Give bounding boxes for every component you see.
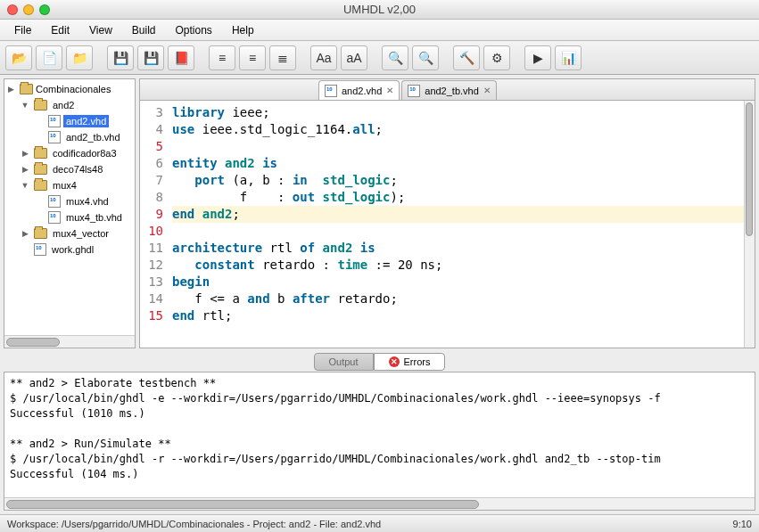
save-all-icon[interactable]: 💾 xyxy=(137,45,164,70)
folder-icon xyxy=(34,148,47,159)
editor-tab[interactable]: and2_tb.vhd✕ xyxy=(401,80,497,100)
run-icon[interactable]: ⚙ xyxy=(483,45,510,70)
file-icon xyxy=(408,85,420,97)
tree-folder[interactable]: ▼and2 xyxy=(4,97,135,113)
tab-output[interactable]: Output xyxy=(314,353,374,371)
tree-folder[interactable]: ▼mux4 xyxy=(4,177,135,193)
code-editor[interactable]: library ieee;use ieee.std_logic_1164.all… xyxy=(167,101,744,348)
error-icon: ✕ xyxy=(389,356,400,367)
console-hscroll[interactable] xyxy=(4,497,755,510)
editor-tab[interactable]: and2.vhd✕ xyxy=(318,80,400,100)
twisty-icon[interactable]: ▶ xyxy=(19,149,31,158)
twisty-icon[interactable]: ▶ xyxy=(19,229,31,238)
line-gutter: 3456789101112131415 xyxy=(140,101,167,348)
menubar: FileEditViewBuildOptionsHelp xyxy=(0,20,759,41)
folder-icon xyxy=(34,180,47,191)
file-icon xyxy=(48,211,61,224)
open-icon[interactable]: 📁 xyxy=(66,45,93,70)
tree-folder[interactable]: ▶deco74ls48 xyxy=(4,161,135,177)
file-icon xyxy=(325,85,337,97)
bottom-panel: Output ✕ Errors ** and2 > Elaborate test… xyxy=(4,352,755,511)
waveform-icon[interactable]: 📊 xyxy=(555,45,582,70)
folder-icon xyxy=(20,84,33,94)
simulate-icon[interactable]: ▶ xyxy=(524,45,551,70)
window-title: UMHDL v2,00 xyxy=(0,3,759,16)
menu-help[interactable]: Help xyxy=(223,21,263,39)
twisty-icon[interactable]: ▶ xyxy=(19,165,31,174)
tree-folder[interactable]: ▶mux4_vector xyxy=(4,225,135,241)
tree-hscroll[interactable] xyxy=(4,335,135,348)
menu-options[interactable]: Options xyxy=(167,21,221,39)
tree-folder[interactable]: ▶codificador8a3 xyxy=(4,145,135,161)
text-large-icon[interactable]: aA xyxy=(341,45,367,70)
twisty-icon[interactable]: ▶ xyxy=(4,85,17,94)
project-tree-panel: ▶Combinacionales▼and2and2.vhdand2_tb.vhd… xyxy=(4,78,136,348)
indent-left-icon[interactable]: ≡ xyxy=(209,45,235,70)
statusbar: Workspace: /Users/pgarrido/UMHDL/Combina… xyxy=(0,514,759,532)
tab-errors[interactable]: ✕ Errors xyxy=(374,353,446,371)
zoom-in-icon[interactable]: 🔍 xyxy=(382,45,408,70)
menu-edit[interactable]: Edit xyxy=(42,21,78,39)
menu-build[interactable]: Build xyxy=(123,21,165,39)
twisty-icon[interactable]: ▼ xyxy=(19,181,31,190)
twisty-icon[interactable]: ▼ xyxy=(19,101,31,110)
tree-file[interactable]: mux4.vhd xyxy=(4,193,135,209)
save-icon[interactable]: 💾 xyxy=(107,45,134,70)
editor-tabs: and2.vhd✕and2_tb.vhd✕ xyxy=(140,79,755,101)
file-icon xyxy=(48,115,61,127)
file-icon xyxy=(34,243,46,256)
close-icon[interactable]: ✕ xyxy=(386,86,393,95)
console[interactable]: ** and2 > Elaborate testbench ** $ /usr/… xyxy=(4,372,755,511)
status-cursor: 9:10 xyxy=(733,519,752,529)
tree-file[interactable]: mux4_tb.vhd xyxy=(4,209,135,225)
menu-file[interactable]: File xyxy=(5,21,40,39)
new-file-icon[interactable]: 📄 xyxy=(36,45,62,70)
folder-icon xyxy=(34,228,47,239)
format-icon[interactable]: ≣ xyxy=(269,45,296,70)
zoom-out-icon[interactable]: 🔍 xyxy=(412,45,439,70)
menu-view[interactable]: View xyxy=(80,21,121,39)
folder-icon xyxy=(34,164,47,175)
tree-root[interactable]: ▶Combinacionales xyxy=(4,81,135,97)
tree-file[interactable]: work.ghdl xyxy=(4,241,135,258)
titlebar: UMHDL v2,00 xyxy=(0,0,759,20)
toolbar: 📂📄📁💾💾📕≡≡≣AaaA🔍🔍🔨⚙▶📊 xyxy=(0,41,759,75)
editor-vscroll[interactable] xyxy=(744,101,755,348)
indent-right-icon[interactable]: ≡ xyxy=(239,45,266,70)
tree-file[interactable]: and2.vhd xyxy=(4,113,135,129)
build-icon[interactable]: 🔨 xyxy=(453,45,480,70)
file-icon xyxy=(48,131,61,143)
tree-file[interactable]: and2_tb.vhd xyxy=(4,129,135,145)
pdf-icon[interactable]: 📕 xyxy=(168,45,194,70)
file-icon xyxy=(48,195,61,208)
editor-panel: and2.vhd✕and2_tb.vhd✕ 345678910111213141… xyxy=(139,78,755,348)
text-small-icon[interactable]: Aa xyxy=(310,45,337,70)
status-left: Workspace: /Users/pgarrido/UMHDL/Combina… xyxy=(7,519,381,529)
folder-icon xyxy=(34,100,47,110)
open-folder-icon[interactable]: 📂 xyxy=(5,45,32,70)
close-icon[interactable]: ✕ xyxy=(483,86,491,95)
